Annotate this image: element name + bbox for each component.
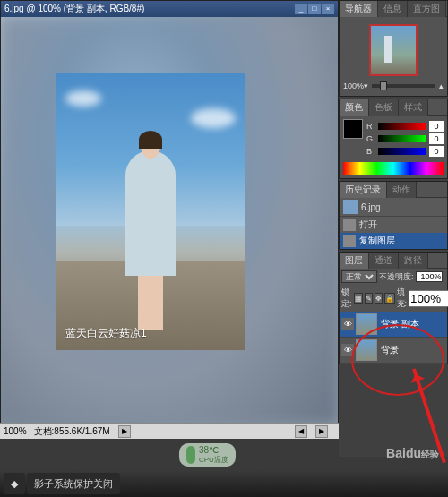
history-item-duplicate[interactable]: 复制图层 — [340, 233, 447, 249]
lock-move-icon[interactable]: ✥ — [375, 293, 383, 304]
layer-name: 背景 — [381, 344, 399, 356]
history-panel: 历史记录 动作 6.jpg 打开 复制图层 — [339, 181, 448, 250]
document-window: 6.jpg @ 100% (背景 副本, RGB/8#) _ □ × 蓝天白云好… — [0, 0, 339, 439]
open-icon — [343, 219, 356, 231]
tab-layers[interactable]: 图层 — [340, 253, 369, 269]
info-arrow-icon[interactable]: ▶ — [118, 425, 131, 438]
document-title-bar[interactable]: 6.jpg @ 100% (背景 副本, RGB/8#) _ □ × — [1, 1, 338, 17]
taskbar-app-shadow[interactable]: 影子系统保护关闭 — [27, 473, 120, 494]
zoom-out-icon[interactable]: ▾ — [364, 81, 368, 90]
zoom-value[interactable]: 100% — [4, 426, 27, 436]
opacity-label: 不透明度: — [379, 271, 414, 283]
history-snapshot[interactable]: 6.jpg — [340, 198, 447, 217]
photo-caption: 蓝天白云好菇凉1 — [65, 326, 147, 341]
zoom-in-icon[interactable]: ▴ — [439, 81, 444, 90]
fill-input[interactable] — [409, 290, 448, 307]
lock-brush-icon[interactable]: ✎ — [365, 293, 373, 304]
blend-mode-select[interactable]: 正常 — [341, 270, 377, 283]
tab-color[interactable]: 颜色 — [340, 99, 369, 116]
tab-navigator[interactable]: 导航器 — [340, 1, 378, 17]
layers-panel: 图层 通道 路径 正常 不透明度: 锁定: ▦ ✎ ✥ 🔒 填充: 👁 背景 副… — [339, 252, 448, 364]
start-button[interactable]: ◆ — [4, 473, 25, 494]
scroll-right-icon[interactable]: ▶ — [315, 425, 328, 438]
layer-row-copy[interactable]: 👁 背景 副本 — [340, 312, 447, 338]
layer-thumb — [356, 339, 377, 361]
tab-history[interactable]: 历史记录 — [340, 182, 387, 198]
duplicate-layer-icon — [343, 235, 356, 247]
temp-label: CPU温度 — [199, 455, 228, 465]
visibility-eye-icon[interactable]: 👁 — [341, 344, 354, 356]
tab-histogram[interactable]: 直方图 — [408, 1, 446, 17]
b-label: B — [366, 147, 375, 156]
watermark: Baidu经验 — [386, 446, 439, 461]
g-label: G — [366, 134, 375, 143]
tab-paths[interactable]: 路径 — [399, 253, 428, 269]
close-button[interactable]: × — [322, 4, 334, 14]
minimize-button[interactable]: _ — [295, 4, 307, 14]
tab-actions[interactable]: 动作 — [387, 182, 417, 198]
r-slider[interactable] — [378, 123, 426, 130]
navigator-thumbnail[interactable] — [369, 24, 418, 76]
doc-info: 文档:855.6K/1.67M — [34, 425, 110, 438]
navigator-panel: 导航器 信息 直方图 100% ▾ ▴ — [339, 0, 448, 97]
lock-label: 锁定: — [341, 287, 352, 310]
layer-thumb — [356, 313, 377, 335]
lock-transparency-icon[interactable]: ▦ — [354, 293, 363, 304]
layer-row-background[interactable]: 👁 背景 — [340, 338, 447, 364]
navigator-zoom[interactable]: 100% — [343, 81, 364, 90]
zoom-slider[interactable] — [372, 84, 435, 88]
canvas[interactable]: 蓝天白云好菇凉1 — [1, 17, 338, 424]
color-panel: 颜色 色板 样式 R0 G0 B0 — [339, 99, 448, 179]
lock-all-icon[interactable]: 🔒 — [384, 293, 395, 304]
opacity-input[interactable] — [416, 271, 443, 282]
tab-info[interactable]: 信息 — [378, 1, 408, 17]
tab-channels[interactable]: 通道 — [369, 253, 399, 269]
temp-value: 38℃ — [199, 445, 228, 455]
tab-swatches[interactable]: 色板 — [369, 99, 399, 116]
layer-name: 背景 副本 — [381, 318, 419, 330]
maximize-button[interactable]: □ — [308, 4, 321, 14]
taskbar[interactable]: ◆ 影子系统保护关闭 — [0, 470, 448, 497]
document-title: 6.jpg @ 100% (背景 副本, RGB/8#) — [4, 3, 144, 15]
r-label: R — [366, 122, 375, 131]
foreground-swatch[interactable] — [343, 119, 363, 139]
g-slider[interactable] — [378, 135, 426, 142]
snapshot-name: 6.jpg — [361, 202, 381, 212]
thermometer-icon — [186, 446, 195, 464]
g-value[interactable]: 0 — [429, 133, 444, 144]
b-value[interactable]: 0 — [429, 146, 444, 157]
tab-styles[interactable]: 样式 — [399, 99, 428, 116]
snapshot-thumb — [343, 200, 358, 214]
b-slider[interactable] — [378, 148, 426, 155]
scroll-left-icon[interactable]: ◀ — [295, 425, 307, 438]
history-item-open[interactable]: 打开 — [340, 217, 447, 233]
fill-label: 填充: — [397, 287, 408, 310]
status-bar: 100% 文档:855.6K/1.67M ▶ ◀ ▶ — [0, 423, 339, 439]
r-value[interactable]: 0 — [429, 121, 444, 132]
foreground-photo: 蓝天白云好菇凉1 — [56, 73, 245, 350]
temperature-widget[interactable]: 38℃ CPU温度 — [179, 443, 236, 467]
visibility-eye-icon[interactable]: 👁 — [341, 318, 354, 330]
color-spectrum[interactable] — [343, 162, 444, 175]
panels-dock: 导航器 信息 直方图 100% ▾ ▴ 颜色 色板 样式 R0 G0 B0 — [339, 0, 448, 457]
